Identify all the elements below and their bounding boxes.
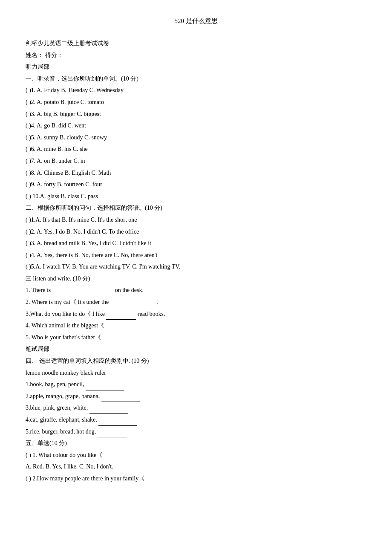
page-title: 520 是什么意思 <box>26 17 366 25</box>
blank3 <box>106 313 136 320</box>
list-item: ( )5. A. sunny B. cloudy C. snowy <box>26 132 366 144</box>
blank1a <box>52 289 82 296</box>
list-item: 2.apple, mango, grape, banana, <box>26 391 366 402</box>
blank4-5 <box>98 431 127 437</box>
written-section-header: 笔试局部 <box>26 344 366 355</box>
section4-words: lemon noodle monkey black ruler <box>26 367 366 379</box>
blank4-3 <box>89 407 128 414</box>
list-item: ( )7. A. on B. under C. in <box>26 156 366 167</box>
list-item: ( )3. A. big B. bigger C. biggest <box>26 109 366 120</box>
list-item: ( )2. A. potato B. juice C. tomato <box>26 97 366 108</box>
list-item: ( )2. A. Yes, I do B. No, I didn't C. To… <box>26 226 366 238</box>
list-item: 5.rice, burger, bread, hot dog, <box>26 426 366 438</box>
section2-items: ( )1.A. It's that B. It's mine C. It's t… <box>26 214 366 273</box>
list-item: ( )4. A. Yes, there is B. No, there are … <box>26 250 366 261</box>
list-item: ( )8. A. Chinese B. English C. Math <box>26 168 366 179</box>
blank2 <box>110 301 157 308</box>
list-item: 3.blue, pink, green, white, <box>26 402 366 414</box>
list-item: ( ) 2.How many people are there in your … <box>26 473 366 485</box>
section4-title: 四、 选出适宜的单词填入相应的类别中. (10 分) <box>26 356 366 367</box>
list-item: ( )4. A. go B. did C. went <box>26 120 366 132</box>
list-item: ( )5.A. I watch TV. B. You are watching … <box>26 261 366 273</box>
list-item: ( )3. A. bread and milk B. Yes, I did C.… <box>26 238 366 249</box>
list-item: ( )9. A. forty B. fourteen C. four <box>26 179 366 191</box>
list-item: ( )6. A. mine B. his C. she <box>26 144 366 155</box>
section1-items: ( )1. A. Friday B. Tuesday C. Wednesday … <box>26 85 366 202</box>
section3-items: 1. There is on the desk. 2. Where is my … <box>26 285 366 343</box>
list-item: A. Red. B. Yes, I like. C. No, I don't. <box>26 461 366 473</box>
list-item: ( ) 1. What colour do you like《 <box>26 450 366 461</box>
list-item: 4. Which animal is the biggest《 <box>26 320 366 332</box>
list-item: ( ) 10.A. glass B. class C. pass <box>26 191 366 202</box>
list-item: 1. There is on the desk. <box>26 285 366 296</box>
blank1b <box>84 289 113 296</box>
list-item: 2. Where is my cat《 It's under the . <box>26 297 366 308</box>
list-item: 4.cat, giraffe, elephant, shake, <box>26 414 366 426</box>
list-item: 3.What do you like to do《 I like read bo… <box>26 309 366 320</box>
blank4-4 <box>98 419 137 426</box>
section5-items: ( ) 1. What colour do you like《 A. Red. … <box>26 450 366 485</box>
list-item: 1.book, bag, pen, pencil, <box>26 379 366 390</box>
section5-title: 五、单选(10 分) <box>26 438 366 449</box>
exam-title: 剑桥少儿英语二级上册考试试卷 <box>26 38 366 49</box>
section4-items: 1.book, bag, pen, pencil, 2.apple, mango… <box>26 379 366 437</box>
blank4-2 <box>101 395 140 402</box>
blank4-1 <box>86 384 124 390</box>
list-item: ( )1.A. It's that B. It's mine C. It's t… <box>26 214 366 226</box>
list-item: 5. Who is your father's father《 <box>26 332 366 344</box>
listening-section-header: 听力局部 <box>26 61 366 73</box>
list-item: ( )1. A. Friday B. Tuesday C. Wednesday <box>26 85 366 96</box>
section3-title: 三 listen and write. (10 分) <box>26 273 366 285</box>
section1-title: 一、听录音，选出你所听到的单词。(10 分) <box>26 73 366 85</box>
name-score-line: 姓名： 得分： <box>26 50 366 61</box>
section2-title: 二、根据你所听到的问句，选择相应的答语。(10 分) <box>26 202 366 214</box>
